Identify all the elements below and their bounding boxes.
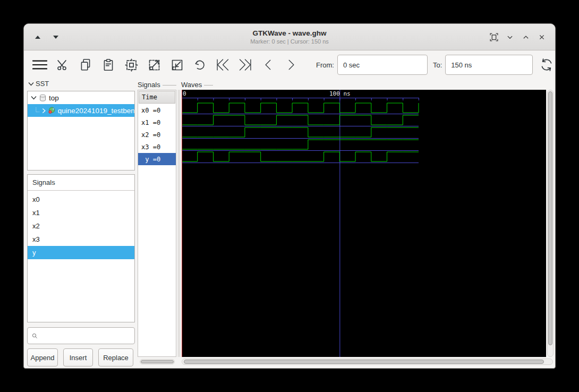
zoom-fit-button[interactable] <box>124 57 139 72</box>
signal-item-x0[interactable]: x0 <box>28 193 134 206</box>
value-row-x2[interactable]: x2 =0 <box>138 129 176 141</box>
menu-button[interactable] <box>32 57 47 72</box>
maximize-button[interactable] <box>520 31 532 43</box>
triangle-up-icon <box>35 35 41 39</box>
insert-button[interactable]: Insert <box>63 348 93 367</box>
close-button[interactable] <box>536 31 548 43</box>
replace-button[interactable]: Replace <box>98 348 133 367</box>
to-input[interactable] <box>445 55 533 75</box>
values-panel-legend: Signals <box>138 81 176 89</box>
reload-icon <box>539 57 554 73</box>
chevron-up-icon <box>520 31 532 43</box>
chevron-left-icon <box>261 58 275 72</box>
zoom-in-button[interactable] <box>147 57 161 72</box>
signal-item-label: x0 <box>32 195 40 203</box>
waves-panel-title: Waves <box>181 81 202 89</box>
tree-item-top[interactable]: top <box>28 91 134 104</box>
values-panel-title: Signals <box>138 81 160 89</box>
waves-vscrollbar-thumb[interactable] <box>548 91 552 345</box>
fullscreen-button[interactable] <box>488 31 500 43</box>
gtkwave-window: GTKWave - wave.ghw Marker: 0 sec | Curso… <box>23 23 556 369</box>
from-input[interactable] <box>337 55 428 75</box>
waves-hscrollbar[interactable] <box>182 359 553 365</box>
tree-item-testbench[interactable]: quine20241019_testbench <box>28 104 134 117</box>
waves-panel-legend: Waves <box>181 81 213 89</box>
zoom-fit-icon <box>124 58 139 72</box>
reload-button[interactable] <box>539 57 554 72</box>
signal-item-x3[interactable]: x3 <box>28 233 134 246</box>
chevron-down-icon <box>28 82 34 86</box>
zoom-out-icon <box>170 58 184 72</box>
window-title: GTKWave - wave.ghw <box>252 29 326 37</box>
signal-item-label: x2 <box>32 222 40 230</box>
svg-text:100 ns: 100 ns <box>329 90 351 97</box>
next-edge-button[interactable] <box>284 57 299 72</box>
svg-text:0: 0 <box>183 90 186 97</box>
go-to-start-button[interactable] <box>215 57 230 72</box>
titlebar: GTKWave - wave.ghw Marker: 0 sec | Curso… <box>24 24 555 50</box>
from-label: From: <box>316 61 334 69</box>
minimize-button[interactable] <box>504 31 516 43</box>
signal-item-label: x3 <box>32 235 40 243</box>
skip-to-end-icon <box>238 57 253 72</box>
signal-item-label: y <box>32 249 36 257</box>
signal-item-label: x1 <box>32 209 40 217</box>
values-hscrollbar[interactable] <box>140 359 175 364</box>
zoom-in-icon <box>147 58 161 72</box>
value-row-x0[interactable]: x0 =0 <box>138 104 176 116</box>
shade-up-button[interactable] <box>32 32 43 42</box>
undo-icon <box>193 58 207 72</box>
chevron-right-icon <box>284 58 298 72</box>
search-input[interactable] <box>41 328 134 344</box>
signal-search-box <box>27 327 135 344</box>
signal-item-x2[interactable]: x2 <box>28 219 134 233</box>
chevron-right-icon <box>42 108 46 114</box>
signals-list-header: Signals <box>28 175 134 191</box>
triangle-down-icon <box>53 35 59 39</box>
time-header[interactable]: Time <box>139 91 175 104</box>
marker-cursor-status: Marker: 0 sec | Cursor: 150 ns <box>250 38 329 45</box>
chevron-down-icon <box>31 96 37 100</box>
value-row-y[interactable]: y =0 <box>138 153 176 165</box>
to-label: To: <box>433 61 442 69</box>
values-hscrollbar-thumb[interactable] <box>141 360 174 363</box>
hamburger-menu-icon <box>32 58 47 72</box>
sst-label: SST <box>36 80 49 88</box>
sst-expander[interactable]: SST <box>28 80 49 88</box>
toolbar: From: To: <box>24 50 555 79</box>
database-icon <box>39 94 47 102</box>
fullscreen-icon <box>488 31 500 43</box>
skip-to-start-icon <box>215 57 230 72</box>
close-icon <box>536 31 548 43</box>
go-to-end-button[interactable] <box>238 57 253 72</box>
undo-button[interactable] <box>192 57 207 72</box>
main-content: SST top q <box>24 79 555 369</box>
signals-list-panel: Signals x0 x1 x2 x3 y <box>27 174 135 322</box>
signal-buttons: Append Insert Replace <box>27 348 135 367</box>
search-icon <box>32 332 38 340</box>
value-row-x1[interactable]: x1 =0 <box>138 116 176 129</box>
sst-tree: top quine20241019_testbench <box>27 91 135 171</box>
waves-hscrollbar-thumb[interactable] <box>184 360 544 364</box>
signal-item-y[interactable]: y <box>28 246 134 259</box>
zoom-out-button[interactable] <box>169 57 184 72</box>
module-icon <box>48 106 56 115</box>
cut-button[interactable] <box>55 57 70 72</box>
tree-item-label: top <box>49 94 59 102</box>
waveform-canvas[interactable]: 0100 ns <box>182 90 546 357</box>
tree-item-label: quine20241019_testbench <box>58 107 134 115</box>
chevron-down-icon <box>504 31 516 43</box>
values-panel: Time x0 =0 x1 =0 x2 =0 x3 =0 y =0 <box>138 90 176 357</box>
copy-button[interactable] <box>78 57 93 72</box>
prev-edge-button[interactable] <box>261 57 276 72</box>
copy-icon <box>79 58 92 72</box>
shade-down-button[interactable] <box>50 32 61 42</box>
waves-vscrollbar[interactable] <box>547 90 554 357</box>
scissors-icon <box>56 58 70 72</box>
pane-splitter[interactable] <box>178 90 180 357</box>
tree-connector <box>35 107 40 114</box>
paste-button[interactable] <box>101 57 116 72</box>
append-button[interactable]: Append <box>27 348 58 367</box>
value-row-x3[interactable]: x3 =0 <box>138 141 176 153</box>
signal-item-x1[interactable]: x1 <box>28 206 134 219</box>
